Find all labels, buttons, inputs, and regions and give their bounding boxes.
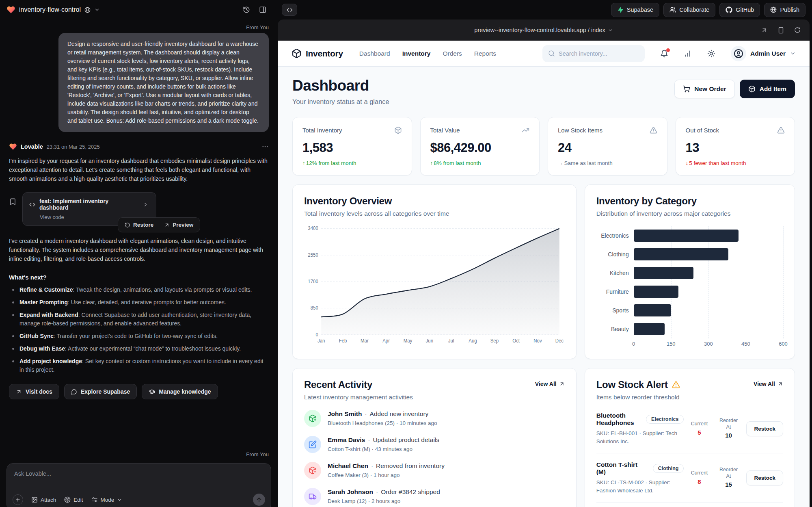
activity-item[interactable]: Emma Davis·Updated product details Cotto…	[304, 436, 565, 453]
mobile-view-icon[interactable]	[777, 27, 784, 34]
next-step-item: GitHub Sync: Transfer your project's cod…	[9, 332, 269, 340]
activity-user: Sarah Johnson	[328, 488, 373, 495]
assistant-summary-paragraph: I've created a modern inventory dashboar…	[9, 236, 269, 263]
send-button[interactable]	[253, 494, 265, 506]
nav-link-dashboard[interactable]: Dashboard	[359, 50, 390, 57]
low-stock-item: Cotton T-shirt (M) Clothing SKU: CL-TS-M…	[596, 453, 783, 503]
chat-input[interactable]	[14, 470, 263, 477]
restore-icon	[125, 222, 130, 228]
assistant-name: Lovable	[21, 143, 43, 150]
code-view-button[interactable]	[282, 4, 297, 16]
publish-button[interactable]: Publish	[764, 3, 806, 17]
restock-button[interactable]: Restock	[746, 421, 783, 436]
user-menu[interactable]: Admin User	[731, 46, 796, 61]
activity-item[interactable]: John Smith·Added new inventory Bluetooth…	[304, 410, 565, 427]
next-step-item: Refine & Customize: Tweak the design, an…	[9, 286, 269, 294]
next-step-item: Add project knowledge: Set key context o…	[9, 357, 269, 374]
graduation-cap-icon	[149, 388, 155, 395]
activity-user: Emma Davis	[328, 436, 365, 443]
activity-item[interactable]: Sarah Johnson·Order #3842 shipped Desk L…	[304, 488, 565, 505]
svg-text:Jul: Jul	[448, 338, 454, 343]
collaborate-button[interactable]: Collaborate	[663, 3, 715, 17]
notifications-bell-icon[interactable]	[660, 50, 668, 58]
nav-link-orders[interactable]: Orders	[443, 50, 462, 57]
mode-dropdown[interactable]: Mode	[91, 496, 123, 503]
new-order-button[interactable]: New Order	[674, 80, 734, 98]
alert-triangle-icon	[650, 126, 657, 134]
bar[interactable]	[634, 286, 678, 298]
svg-text:Feb: Feb	[339, 338, 347, 343]
arrow-up-right-icon	[16, 389, 22, 395]
view-all-low-stock-link[interactable]: View All	[754, 381, 783, 387]
toggle-panel-icon[interactable]	[259, 6, 266, 13]
analytics-bar-chart-icon[interactable]	[684, 50, 692, 58]
nav-link-inventory[interactable]: Inventory	[402, 50, 431, 57]
publish-globe-icon	[770, 6, 777, 13]
add-item-button[interactable]: Add Item	[740, 80, 795, 98]
theme-toggle-sun-icon[interactable]	[707, 50, 715, 58]
kpi-value: 1,583	[302, 141, 402, 155]
preview-pane: preview--inventory-flow-control.lovable.…	[278, 20, 810, 507]
search-box[interactable]	[542, 45, 645, 62]
plus-icon	[15, 497, 21, 503]
target-icon	[64, 496, 71, 503]
app-brand[interactable]: Inventory	[292, 48, 343, 58]
reorder-stat: Reorder At10	[717, 418, 740, 440]
restore-preview-pill: Restore Preview	[118, 217, 200, 232]
bar[interactable]	[634, 230, 739, 242]
collaborate-users-icon	[669, 6, 676, 13]
low-stock-name: Cotton T-shirt (M)	[596, 461, 649, 476]
chat-panel: From You Design a responsive and user-fr…	[0, 20, 278, 507]
bar-category-label: Electronics	[596, 232, 634, 239]
chevron-right-icon	[143, 202, 149, 208]
explore-supabase-button[interactable]: Explore Supabase	[64, 384, 137, 399]
restock-button[interactable]: Restock	[746, 470, 783, 485]
edit-icon	[304, 436, 321, 453]
project-menu[interactable]: inventory-flow-control	[6, 5, 100, 14]
bar-chart-x-axis: 0150300450600	[634, 338, 783, 348]
nav-link-reports[interactable]: Reports	[474, 50, 496, 57]
activity-item[interactable]: Michael Chen·Removed from inventory Coff…	[304, 462, 565, 479]
kpi-delta: ↓5 fewer than last month	[686, 160, 785, 166]
manage-knowledge-button[interactable]: Manage knowledge	[142, 384, 218, 399]
lovable-heart-icon	[6, 5, 15, 14]
activity-detail: Bluetooth Headphones (25) · 10 minutes a…	[328, 420, 437, 426]
message-options-icon[interactable]	[261, 143, 269, 150]
view-all-activity-link[interactable]: View All	[535, 381, 565, 387]
bar-row: Clothing	[596, 245, 783, 264]
svg-text:0: 0	[315, 332, 318, 337]
refresh-icon[interactable]	[794, 27, 801, 33]
supabase-button[interactable]: Supabase	[611, 3, 659, 17]
kpi-delta: ↑12% from last month	[302, 160, 402, 166]
arrow-up-icon	[256, 496, 262, 503]
low-stock-title: Low Stock Alert	[596, 379, 668, 390]
add-context-button[interactable]	[13, 494, 23, 505]
bar[interactable]	[634, 248, 728, 260]
visit-docs-button[interactable]: Visit docs	[9, 384, 59, 399]
svg-text:Dec: Dec	[555, 338, 564, 343]
open-external-icon[interactable]	[761, 27, 768, 34]
activity-detail: Cotton T-shirt (M) · 43 minutes ago	[328, 446, 439, 452]
kpi-label: Total Inventory	[302, 127, 342, 134]
version-block: feat: Implement inventory dashboard View…	[9, 192, 269, 226]
attach-button[interactable]: Attach	[31, 496, 56, 503]
kpi-card: Total Value $86,429.00 ↑8% from last mon…	[420, 117, 540, 176]
svg-text:850: 850	[311, 305, 319, 310]
inventory-overview-line-chart: 0850170025503400JanFebMarAprMayJunJulAug…	[304, 224, 565, 346]
bar[interactable]	[634, 323, 665, 335]
bar[interactable]	[634, 304, 671, 316]
chart-subtitle: Distribution of inventory across major c…	[596, 210, 783, 217]
edit-select-button[interactable]: Edit	[64, 496, 83, 503]
restore-button[interactable]: Restore	[120, 219, 158, 230]
history-icon[interactable]	[243, 6, 250, 13]
bookmark-icon[interactable]	[9, 198, 17, 226]
bar[interactable]	[634, 267, 693, 279]
search-input[interactable]	[559, 50, 639, 57]
kpi-label: Total Value	[430, 127, 460, 134]
preview-url-bar[interactable]: preview--inventory-flow-control.lovable.…	[278, 20, 810, 41]
bar-category-label: Beauty	[596, 326, 634, 332]
svg-text:May: May	[404, 338, 412, 343]
preview-button[interactable]: Preview	[159, 219, 198, 230]
supabase-icon	[617, 6, 624, 13]
github-button[interactable]: GitHub	[719, 3, 760, 17]
